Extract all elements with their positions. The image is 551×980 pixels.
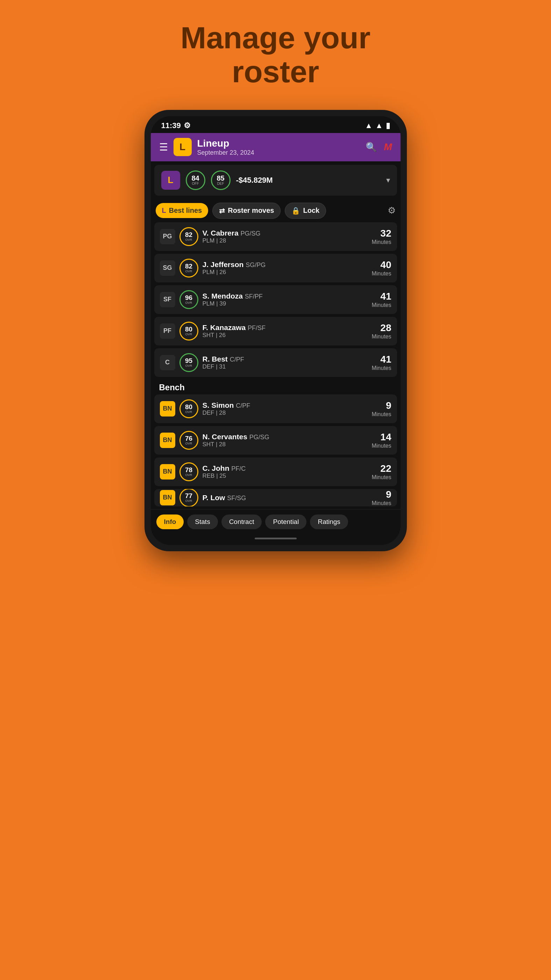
player-sub: SHT | 28 <box>203 441 368 448</box>
player-name: R. Best C/PF <box>203 355 368 363</box>
battery-icon: ▮ <box>386 121 390 130</box>
phone-screen: 11:39 ⚙ ▲ ▲ ▮ ☰ L Lineup September 23, 2… <box>151 116 400 545</box>
player-info: S. Simon C/PF DEF | 28 <box>203 401 368 417</box>
expand-icon[interactable]: ▾ <box>386 176 390 185</box>
team-logo: L <box>173 138 192 156</box>
action-bar: L Best lines ⇄ Roster moves 🔒 Lock ⚙ <box>151 199 400 222</box>
player-name: S. Mendoza SF/PF <box>203 292 368 300</box>
team-summary-bar: L 84 OFF 85 DEF -$45.829M ▾ <box>154 165 397 196</box>
team-logo-small: L <box>161 171 180 190</box>
tab-info[interactable]: Info <box>156 514 184 529</box>
status-bar: 11:39 ⚙ ▲ ▲ ▮ <box>151 116 400 133</box>
wifi-icon: ▲ <box>365 121 373 130</box>
player-minutes: 41Minutes <box>372 354 391 371</box>
player-minutes: 40Minutes <box>372 259 391 277</box>
position-badge: BN <box>160 401 175 417</box>
player-minutes: 22Minutes <box>372 463 391 480</box>
app-title: Lineup <box>197 138 360 149</box>
player-name: S. Simon C/PF <box>203 401 368 409</box>
ovr-circle: 95OVR <box>179 353 198 372</box>
bottom-tab-bar: InfoStatsContractPotentialRatings <box>151 509 400 534</box>
player-row[interactable]: PF80OVRF. Kanazawa PF/SF SHT | 2628Minut… <box>154 317 397 345</box>
player-minutes: 9Minutes <box>372 400 391 418</box>
bench-heading: Bench <box>154 380 397 395</box>
player-minutes: 28Minutes <box>372 322 391 340</box>
player-name: P. Low SF/SG <box>203 493 368 502</box>
time-display: 11:39 <box>161 121 181 130</box>
player-minutes: 41Minutes <box>372 291 391 309</box>
ovr-circle: 80OVR <box>179 399 198 418</box>
ovr-circle: 80OVR <box>179 321 198 340</box>
app-header: ☰ L Lineup September 23, 2024 🔍 M <box>151 133 400 161</box>
team-m-icon[interactable]: M <box>384 142 392 153</box>
player-minutes: 14Minutes <box>372 431 391 449</box>
player-sub: DEF | 28 <box>203 409 368 417</box>
player-sub: PLM | 26 <box>203 269 368 276</box>
player-info: R. Best C/PF DEF | 31 <box>203 355 368 370</box>
header-title-block: Lineup September 23, 2024 <box>197 138 360 156</box>
lock-button[interactable]: 🔒 Lock <box>285 203 326 219</box>
player-info: C. John PF/C REB | 25 <box>203 464 368 479</box>
player-sub: PLM | 39 <box>203 300 368 307</box>
player-info: S. Mendoza SF/PF PLM | 39 <box>203 292 368 307</box>
roster-moves-button[interactable]: ⇄ Roster moves <box>212 203 281 219</box>
player-row[interactable]: BN77OVRP. Low SF/SG 9Minutes <box>154 489 397 506</box>
player-info: P. Low SF/SG <box>203 493 368 502</box>
player-name: J. Jefferson SG/PG <box>203 260 368 269</box>
player-info: F. Kanazawa PF/SF SHT | 26 <box>203 323 368 339</box>
player-list: PG82OVRV. Cabrera PG/SG PLM | 2832Minute… <box>151 222 400 506</box>
hero-title: Manage your roster <box>181 21 370 89</box>
ovr-circle: 96OVR <box>179 290 198 309</box>
player-row[interactable]: C95OVRR. Best C/PF DEF | 3141Minutes <box>154 348 397 377</box>
best-lines-button[interactable]: L Best lines <box>156 203 208 218</box>
home-indicator <box>151 534 400 545</box>
player-name: V. Cabrera PG/SG <box>203 229 368 237</box>
menu-icon[interactable]: ☰ <box>159 142 168 153</box>
player-info: V. Cabrera PG/SG PLM | 28 <box>203 229 368 244</box>
app-subtitle: September 23, 2024 <box>197 149 360 156</box>
tab-stats[interactable]: Stats <box>187 514 218 529</box>
tab-ratings[interactable]: Ratings <box>310 514 348 529</box>
ovr-circle: 77OVR <box>179 489 198 506</box>
header-icons: 🔍 M <box>365 142 392 153</box>
tab-potential[interactable]: Potential <box>265 514 306 529</box>
tab-contract[interactable]: Contract <box>221 514 262 529</box>
player-row[interactable]: SF96OVRS. Mendoza SF/PF PLM | 3941Minute… <box>154 285 397 314</box>
offense-rating: 84 OFF <box>186 170 205 190</box>
player-sub: REB | 25 <box>203 473 368 479</box>
player-minutes: 9Minutes <box>372 489 391 506</box>
player-minutes: 32Minutes <box>372 228 391 245</box>
player-info: N. Cervantes PG/SG SHT | 28 <box>203 433 368 448</box>
position-badge: PG <box>160 229 175 244</box>
team-salary: -$45.829M <box>236 176 381 185</box>
player-sub: PLM | 28 <box>203 237 368 244</box>
position-badge: PF <box>160 323 175 339</box>
phone-shell: 11:39 ⚙ ▲ ▲ ▮ ☰ L Lineup September 23, 2… <box>144 110 407 551</box>
position-badge: BN <box>160 490 175 505</box>
ovr-circle: 82OVR <box>179 227 198 246</box>
lineup-settings-icon[interactable]: ⚙ <box>387 205 396 216</box>
settings-icon: ⚙ <box>184 121 191 130</box>
ovr-circle: 78OVR <box>179 462 198 481</box>
ovr-circle: 82OVR <box>179 259 198 278</box>
player-row[interactable]: BN80OVRS. Simon C/PF DEF | 289Minutes <box>154 395 397 423</box>
player-name: F. Kanazawa PF/SF <box>203 323 368 332</box>
search-icon[interactable]: 🔍 <box>365 142 377 153</box>
player-row[interactable]: PG82OVRV. Cabrera PG/SG PLM | 2832Minute… <box>154 222 397 251</box>
defense-rating: 85 DEF <box>211 170 230 190</box>
player-sub: SHT | 26 <box>203 332 368 339</box>
player-row[interactable]: BN76OVRN. Cervantes PG/SG SHT | 2814Minu… <box>154 426 397 455</box>
position-badge: BN <box>160 464 175 479</box>
position-badge: C <box>160 355 175 370</box>
home-bar <box>255 538 297 539</box>
position-badge: SG <box>160 260 175 276</box>
player-row[interactable]: SG82OVRJ. Jefferson SG/PG PLM | 2640Minu… <box>154 254 397 282</box>
player-name: N. Cervantes PG/SG <box>203 433 368 441</box>
player-name: C. John PF/C <box>203 464 368 473</box>
player-info: J. Jefferson SG/PG PLM | 26 <box>203 260 368 276</box>
player-row[interactable]: BN78OVRC. John PF/C REB | 2522Minutes <box>154 457 397 486</box>
position-badge: SF <box>160 292 175 307</box>
player-sub: DEF | 31 <box>203 363 368 370</box>
position-badge: BN <box>160 433 175 448</box>
signal-icon: ▲ <box>375 121 383 130</box>
